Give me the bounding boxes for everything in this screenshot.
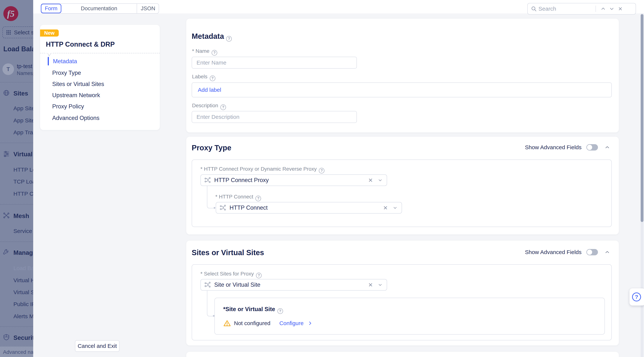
step-proxy-type[interactable]: Proxy Type bbox=[52, 70, 81, 76]
configure-link[interactable]: Configure bbox=[279, 320, 304, 326]
active-step-indicator bbox=[48, 57, 49, 66]
help-icon: ? bbox=[632, 292, 641, 301]
site-config-help-icon[interactable] bbox=[278, 308, 283, 314]
site-config-label: *Site or Virtual Site bbox=[223, 306, 275, 312]
sidebar-group-mesh[interactable]: Mesh bbox=[14, 212, 29, 220]
name-help-icon[interactable] bbox=[212, 50, 217, 56]
http-connect-value: HTTP Connect bbox=[230, 204, 383, 211]
tab-documentation[interactable]: Documentation bbox=[61, 4, 137, 13]
left-sidebar: f5 Select s Load Bala T tp-test Namesp S… bbox=[0, 0, 33, 357]
proxy-kind-select[interactable]: HTTP Connect Proxy ✕ bbox=[200, 174, 387, 186]
select-sites-help-icon[interactable] bbox=[256, 273, 262, 278]
step-advanced-options[interactable]: Advanced Options bbox=[52, 115, 100, 121]
sidebar-item[interactable]: App Site bbox=[14, 117, 33, 124]
next-section-peek bbox=[186, 352, 619, 357]
namespace-caption: Namesp bbox=[17, 71, 33, 76]
name-label: * Name bbox=[192, 48, 210, 54]
sidebar-item[interactable]: TCP Loa bbox=[14, 179, 33, 185]
network-node-icon bbox=[204, 177, 211, 183]
search-prev-icon[interactable] bbox=[599, 5, 608, 13]
chevron-down-icon[interactable] bbox=[378, 178, 382, 183]
network-node-icon bbox=[220, 205, 226, 211]
f5-logo-text: f5 bbox=[7, 9, 14, 19]
labels-help-icon[interactable] bbox=[210, 76, 215, 81]
tab-form-label: Form bbox=[45, 6, 58, 12]
sidebar-item[interactable]: HTTP Lo bbox=[14, 167, 33, 173]
proxy-kind-label: * HTTP Connect Proxy or Dynamic Reverse … bbox=[200, 166, 316, 172]
chevron-down-icon[interactable] bbox=[393, 205, 398, 210]
name-input[interactable] bbox=[192, 57, 357, 69]
select-service-button[interactable]: Select s bbox=[2, 27, 33, 38]
show-advanced-fields-toggle[interactable] bbox=[586, 144, 598, 151]
description-label: Description bbox=[192, 103, 218, 108]
clear-selection-icon[interactable]: ✕ bbox=[383, 205, 388, 211]
description-help-icon[interactable] bbox=[220, 105, 226, 110]
description-input[interactable] bbox=[192, 111, 357, 123]
chevron-down-icon[interactable] bbox=[378, 282, 382, 287]
sidebar-item[interactable]: HTTP C bbox=[14, 191, 33, 197]
sidebar-group-manage[interactable]: Manag bbox=[14, 249, 33, 256]
wizard-title: HTTP Connect & DRP bbox=[46, 41, 115, 48]
site-select[interactable]: Site or Virtual Site ✕ bbox=[200, 279, 387, 291]
globe-icon bbox=[3, 90, 10, 96]
show-advanced-fields-toggle[interactable] bbox=[586, 249, 598, 255]
namespace-name[interactable]: tp-test bbox=[17, 63, 32, 69]
collapse-section-icon[interactable] bbox=[605, 251, 610, 254]
show-advanced-fields-label: Show Advanced Fields bbox=[525, 249, 582, 255]
sidebar-item-active[interactable]: Load Ba bbox=[14, 265, 33, 271]
cancel-and-exit-label: Cancel and Exit bbox=[78, 343, 117, 349]
step-proxy-policy[interactable]: Proxy Policy bbox=[52, 103, 84, 110]
clear-selection-icon[interactable]: ✕ bbox=[368, 177, 373, 184]
step-sites-or-virtual-sites[interactable]: Sites or Virtual Sites bbox=[52, 81, 104, 88]
sidebar-group-virtual[interactable]: Virtual bbox=[14, 151, 32, 158]
mesh-icon bbox=[3, 212, 10, 219]
advanced-nav-toggle[interactable]: Advanced nav bbox=[0, 346, 33, 357]
proxy-kind-help-icon[interactable] bbox=[319, 168, 324, 173]
site-select-value: Site or Virtual Site bbox=[214, 281, 368, 288]
search-divider bbox=[596, 6, 596, 12]
collapse-section-icon[interactable] bbox=[605, 146, 610, 149]
tab-form[interactable]: Form bbox=[41, 4, 61, 13]
add-label-link[interactable]: Add label bbox=[198, 87, 221, 93]
sidebar-item[interactable]: App Tra bbox=[14, 129, 33, 136]
sites-section: Sites or Virtual Sites Show Advanced Fie… bbox=[186, 241, 619, 345]
chevron-right-icon[interactable] bbox=[308, 321, 312, 326]
labels-box: Add label bbox=[192, 83, 612, 97]
f5-logo: f5 bbox=[3, 6, 18, 21]
sidebar-item[interactable]: Virtual S bbox=[14, 289, 33, 295]
help-fab[interactable]: ? bbox=[630, 288, 644, 305]
scrollbar-thumb[interactable] bbox=[641, 14, 644, 222]
tab-json[interactable]: JSON bbox=[137, 4, 159, 13]
metadata-section: Metadata * Name Labels Add label Descrip… bbox=[186, 19, 619, 132]
clear-selection-icon[interactable]: ✕ bbox=[368, 282, 373, 288]
search-close-icon[interactable] bbox=[616, 5, 624, 13]
waffle-icon bbox=[6, 30, 11, 35]
tab-documentation-label: Documentation bbox=[81, 6, 117, 12]
sidebar-item[interactable]: Virtual H bbox=[14, 277, 33, 283]
sidebar-group-security[interactable]: Securit bbox=[14, 334, 33, 341]
sidebar-divider bbox=[0, 241, 33, 242]
http-connect-select[interactable]: HTTP Connect ✕ bbox=[216, 202, 402, 214]
warning-icon bbox=[224, 320, 231, 326]
metadata-help-icon[interactable] bbox=[226, 36, 232, 42]
step-upstream-network[interactable]: Upstream Network bbox=[52, 92, 100, 99]
search-input[interactable] bbox=[538, 6, 595, 12]
connector-dot bbox=[214, 207, 215, 209]
sidebar-divider bbox=[0, 143, 33, 143]
sidebar-item[interactable]: Service bbox=[14, 228, 32, 234]
sites-heading: Sites or Virtual Sites bbox=[192, 248, 264, 257]
step-metadata[interactable]: Metadata bbox=[53, 58, 77, 65]
sidebar-item[interactable]: Public IP bbox=[14, 301, 33, 307]
sidebar-item[interactable]: App Site bbox=[14, 105, 33, 112]
sidebar-divider bbox=[0, 82, 33, 83]
search-next-icon[interactable] bbox=[608, 5, 616, 13]
search-bar bbox=[527, 3, 636, 15]
sidebar-group-sites[interactable]: Sites bbox=[14, 90, 28, 97]
proxy-kind-value: HTTP Connect Proxy bbox=[214, 177, 368, 184]
http-connect-help-icon[interactable] bbox=[256, 196, 261, 201]
new-badge: New bbox=[40, 30, 59, 37]
tab-json-label: JSON bbox=[141, 6, 155, 12]
sidebar-item[interactable]: Alerts M bbox=[14, 313, 33, 319]
site-config-subcard: *Site or Virtual Site Not configured Con… bbox=[214, 298, 605, 335]
cancel-and-exit-button[interactable]: Cancel and Exit bbox=[75, 340, 120, 352]
